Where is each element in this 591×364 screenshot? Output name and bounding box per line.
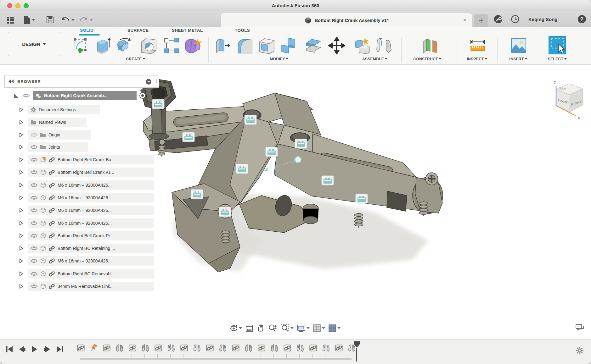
visibility-eye-icon[interactable] <box>23 93 30 98</box>
expand-arrow-icon[interactable] <box>19 107 24 113</box>
crank-assembly-model[interactable] <box>136 71 444 279</box>
new-component-button[interactable] <box>353 37 372 55</box>
insert-image-button[interactable] <box>509 37 528 54</box>
move-copy-button[interactable] <box>328 37 345 54</box>
group-label-insert[interactable]: INSERT <box>509 57 527 61</box>
timeline-item-joint[interactable] <box>192 343 201 353</box>
group-label-construct[interactable]: CONSTRUCT <box>413 57 441 61</box>
expand-arrow-icon[interactable] <box>19 284 24 289</box>
display-settings-icon[interactable] <box>296 324 310 333</box>
group-label-modify[interactable]: MODIFY <box>270 57 288 61</box>
timeline-item-link[interactable] <box>154 343 163 353</box>
browser-folder-row[interactable]: Joints <box>19 142 88 152</box>
press-pull-button[interactable] <box>215 37 231 55</box>
comment-icon[interactable] <box>575 323 584 332</box>
browser-component-row[interactable]: M6 x 16mm – 92000A426... <box>19 180 154 190</box>
grid-display-icon[interactable] <box>312 324 325 333</box>
go-to-start-button[interactable] <box>5 345 14 353</box>
visibility-eye-icon[interactable] <box>31 272 37 276</box>
timeline-item-link[interactable] <box>334 343 343 353</box>
group-label-select[interactable]: SELECT <box>548 57 567 61</box>
timeline-item-link[interactable] <box>205 343 214 353</box>
browser-component-row[interactable]: M6 x 16mm – 92000A426... <box>19 205 154 215</box>
browser-component-row[interactable]: M6 x 16mm – 92000A426... <box>19 218 154 228</box>
visibility-eye-icon[interactable] <box>31 284 37 289</box>
step-forward-button[interactable] <box>43 345 51 353</box>
collapse-panel-icon[interactable] <box>8 79 14 84</box>
activate-component-radio[interactable] <box>139 92 146 99</box>
timeline-item-link[interactable] <box>283 343 292 353</box>
expand-arrow-icon[interactable] <box>19 233 24 239</box>
timeline-item-joint[interactable] <box>296 343 305 353</box>
close-tab-icon[interactable]: × <box>463 17 466 24</box>
play-button[interactable] <box>31 345 39 353</box>
panel-remove-icon[interactable]: − <box>146 79 151 85</box>
timeline-item-link[interactable] <box>179 343 189 353</box>
revolve-button[interactable] <box>115 37 134 55</box>
timeline-settings-gear-icon[interactable] <box>576 346 584 355</box>
tab-surface[interactable]: SURFACE <box>127 28 149 33</box>
timeline-item-link[interactable] <box>231 343 240 353</box>
tab-solid[interactable]: SOLID <box>80 28 93 33</box>
browser-header[interactable]: BROWSER − ‖ <box>4 75 159 88</box>
zoom-icon[interactable] <box>268 324 278 333</box>
visibility-eye-icon[interactable] <box>31 221 37 225</box>
pan-icon[interactable] <box>256 324 265 333</box>
rectangular-pattern-button[interactable] <box>163 37 180 54</box>
shell-button[interactable] <box>258 37 275 55</box>
expand-arrow-icon[interactable] <box>19 220 24 226</box>
tab-sheet-metal[interactable]: SHEET METAL <box>172 28 203 33</box>
timeline-item-pin[interactable] <box>89 343 98 353</box>
group-label-assemble[interactable]: ASSEMBLE <box>362 57 387 61</box>
timeline-item-joint[interactable] <box>321 343 330 353</box>
timeline-item-joint[interactable] <box>244 343 253 353</box>
extrude-button[interactable] <box>95 37 111 55</box>
group-label-create[interactable]: CREATE <box>126 57 145 61</box>
redo-icon[interactable] <box>80 16 88 24</box>
browser-component-row[interactable]: M6 x 16mm – 92000A426... <box>19 256 154 266</box>
undo-icon[interactable] <box>61 16 70 24</box>
fillet-button[interactable] <box>236 37 254 55</box>
browser-component-row[interactable]: 34mm M6 Removable Link... <box>19 281 154 291</box>
app-grid-icon[interactable] <box>7 16 15 24</box>
visibility-eye-icon[interactable] <box>31 196 37 200</box>
expand-arrow-icon[interactable] <box>19 169 24 175</box>
browser-folder-row[interactable]: Origin <box>19 130 91 140</box>
expand-arrow-icon[interactable] <box>19 182 24 188</box>
document-tab[interactable]: Bottom Right Crank Assembly v1* × <box>221 13 472 27</box>
timeline-item-link[interactable] <box>102 343 111 353</box>
file-new-icon[interactable] <box>24 16 31 24</box>
panel-grip-icon[interactable]: ‖ <box>155 79 158 84</box>
collapse-triangle-icon[interactable] <box>14 93 19 98</box>
expand-arrow-icon[interactable] <box>19 144 24 150</box>
root-component-pill[interactable]: Bottom Right Crank Assemb... <box>33 91 137 100</box>
orbit-icon[interactable] <box>229 324 242 333</box>
visibility-eye-icon[interactable] <box>31 234 37 238</box>
expand-arrow-icon[interactable] <box>19 271 24 277</box>
extensions-icon[interactable] <box>494 15 503 24</box>
file-menu-caret[interactable] <box>32 19 35 21</box>
browser-root-row[interactable]: Bottom Right Crank Assemb... <box>14 91 146 101</box>
hole-button[interactable] <box>140 37 158 55</box>
timeline-item-link[interactable] <box>257 343 266 353</box>
timeline-playhead[interactable] <box>354 341 360 361</box>
display-menu-caret[interactable] <box>307 327 310 329</box>
visibility-eye-icon[interactable] <box>31 208 37 212</box>
timeline-item-joint[interactable] <box>166 343 176 353</box>
visibility-eye-icon[interactable] <box>31 183 37 187</box>
expand-arrow-icon[interactable] <box>19 245 24 251</box>
timeline-item-joint[interactable] <box>141 343 150 353</box>
expand-arrow-icon[interactable] <box>19 132 24 138</box>
browser-component-row[interactable]: Bottom Right BC Retaining ... <box>19 243 154 253</box>
zoom-window-icon[interactable] <box>280 324 294 333</box>
offset-face-button[interactable] <box>304 37 323 55</box>
help-icon[interactable]: ? <box>577 15 586 24</box>
browser-folder-row[interactable]: Named Views <box>19 117 87 127</box>
expand-arrow-icon[interactable] <box>19 195 24 201</box>
timeline-item-joint[interactable] <box>218 343 227 353</box>
browser-component-row[interactable]: Bottom Right Bell Crank Pi... <box>19 231 154 241</box>
grid-menu-caret[interactable] <box>322 327 325 329</box>
visibility-eye-icon[interactable] <box>31 157 37 162</box>
create-sketch-button[interactable] <box>72 37 89 54</box>
job-status-clock-icon[interactable] <box>511 15 520 24</box>
